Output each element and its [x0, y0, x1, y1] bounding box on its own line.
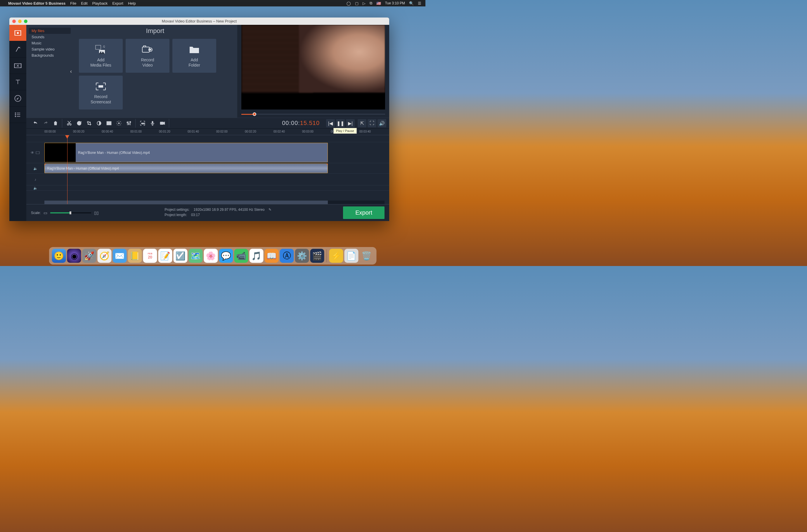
- dock-movavi-icon[interactable]: 🎬: [310, 249, 324, 263]
- dock-appstore-icon[interactable]: Ⓐ: [280, 249, 294, 263]
- tab-transitions[interactable]: [10, 58, 26, 74]
- timeline[interactable]: 👁 Rag'n'Bone Man - Human (Official Video…: [26, 135, 389, 204]
- import-cat-samplevideo[interactable]: Sample video: [26, 46, 73, 52]
- app-name[interactable]: Movavi Video Editor 5 Business: [8, 1, 66, 5]
- image-button[interactable]: [104, 119, 114, 128]
- speaker-icon[interactable]: 🔈: [33, 186, 38, 190]
- dock-reminders-icon[interactable]: ☑️: [173, 249, 188, 263]
- equalizer-button[interactable]: [124, 119, 133, 128]
- dock-calendar-icon[interactable]: FEB20: [143, 249, 157, 263]
- add-folder-button[interactable]: Add Folder: [172, 39, 216, 73]
- dock-maps-icon[interactable]: 🗺️: [189, 249, 203, 263]
- tab-import[interactable]: [10, 25, 26, 41]
- video-track[interactable]: 👁 Rag'n'Bone Man - Human (Official Video…: [26, 142, 389, 163]
- crop-button[interactable]: [85, 119, 94, 128]
- dock-itunes-icon[interactable]: 🎵: [250, 249, 263, 263]
- preview-scrubber[interactable]: [241, 111, 385, 118]
- dock-downloads-icon[interactable]: 📄: [345, 249, 359, 263]
- record-screen-button[interactable]: REC: [138, 119, 147, 128]
- linked-audio-track[interactable]: 🔈 Rag'n'Bone Man - Human (Official Video…: [26, 163, 389, 174]
- dock-trash-icon[interactable]: 🗑️: [360, 249, 374, 263]
- export-button[interactable]: Export: [343, 206, 385, 219]
- color-adjust-button[interactable]: [94, 119, 104, 128]
- undo-button[interactable]: [31, 119, 40, 128]
- dock-facetime-icon[interactable]: 📹: [234, 249, 249, 263]
- dock-mail-icon[interactable]: ✉️: [113, 249, 127, 263]
- menubar-clock[interactable]: Tue 3:10 PM: [385, 1, 405, 5]
- project-length-value: 03:17: [191, 213, 200, 217]
- tab-titles[interactable]: [10, 74, 26, 90]
- ruler-tick: 00:01:20: [159, 130, 170, 133]
- video-clip[interactable]: Rag'n'Bone Man - Human (Official Video).…: [44, 143, 328, 162]
- dock-photos-icon[interactable]: 🌸: [204, 249, 218, 263]
- fullscreen-button[interactable]: ⛶: [368, 119, 376, 127]
- clip-properties-button[interactable]: [114, 119, 124, 128]
- display-icon[interactable]: ▢: [355, 1, 359, 5]
- dock-app-icon[interactable]: ⚡: [329, 249, 343, 263]
- zoom-slider[interactable]: [50, 212, 91, 213]
- import-cat-backgrounds[interactable]: Backgrounds: [26, 52, 73, 58]
- eye-icon[interactable]: 👁: [31, 151, 34, 155]
- tab-stickers[interactable]: [10, 90, 26, 107]
- macos-dock: 🙂 ◉ 🚀 🧭 ✉️ 📒 FEB20 📝 ☑️ 🗺️ 🌸 💬 📹 🎵 📖 Ⓐ ⚙…: [49, 247, 377, 265]
- redo-button[interactable]: [41, 119, 50, 128]
- dock-finder-icon[interactable]: 🙂: [52, 249, 66, 263]
- import-cat-sounds[interactable]: Sounds: [26, 34, 73, 40]
- fade-out-handle[interactable]: [326, 164, 328, 165]
- zoom-out-icon[interactable]: ▭: [43, 210, 47, 215]
- rotate-button[interactable]: [74, 119, 84, 128]
- window-close-button[interactable]: [12, 20, 16, 23]
- record-video-button[interactable]: Record Video: [126, 39, 169, 73]
- fade-in-handle[interactable]: [44, 164, 46, 165]
- dock-messages-icon[interactable]: 💬: [219, 249, 233, 263]
- playhead[interactable]: [67, 135, 68, 204]
- audio-clip[interactable]: Rag'n'Bone Man - Human (Official Video).…: [44, 164, 328, 173]
- dock-siri-icon[interactable]: ◉: [67, 249, 81, 263]
- record-audio-button[interactable]: [148, 119, 157, 128]
- scrub-knob[interactable]: [253, 112, 256, 116]
- record-screencast-button[interactable]: Record Screencast: [79, 76, 123, 110]
- next-frame-button[interactable]: ▶|: [346, 119, 355, 127]
- dock-safari-icon[interactable]: 🧭: [97, 249, 112, 263]
- scrollbar-thumb[interactable]: [44, 201, 328, 204]
- flag-icon[interactable]: 🇺🇸: [376, 1, 381, 5]
- play-pause-button[interactable]: ❚❚: [336, 119, 345, 127]
- airplay-icon[interactable]: ▷: [363, 1, 366, 5]
- add-media-files-button[interactable]: ♫ Add Media Files: [79, 39, 123, 73]
- delete-button[interactable]: [51, 119, 60, 128]
- volume-button[interactable]: 🔊: [378, 119, 386, 127]
- preview-video[interactable]: [241, 25, 385, 110]
- screens-icon[interactable]: ⧉: [370, 1, 372, 5]
- menu-edit[interactable]: Edit: [81, 1, 87, 5]
- prev-frame-button[interactable]: |◀: [326, 119, 335, 127]
- menu-export[interactable]: Export: [112, 1, 123, 5]
- creative-cloud-icon[interactable]: ◯: [347, 1, 351, 5]
- edit-settings-icon[interactable]: ✎: [269, 208, 272, 212]
- spotlight-icon[interactable]: 🔍: [409, 1, 414, 5]
- collapse-sidebar-icon[interactable]: ‹: [70, 68, 72, 74]
- timeline-scrollbar[interactable]: [44, 201, 385, 204]
- cut-button[interactable]: [65, 119, 74, 128]
- import-cat-music[interactable]: Music: [26, 40, 73, 46]
- dock-contacts-icon[interactable]: 📒: [128, 249, 142, 263]
- dock-preferences-icon[interactable]: ⚙️: [295, 249, 309, 263]
- zoom-slider-knob[interactable]: [70, 211, 71, 214]
- speaker-icon[interactable]: 🔈: [33, 167, 38, 171]
- menu-playback[interactable]: Playback: [92, 1, 108, 5]
- detach-preview-button[interactable]: ⇱: [357, 119, 366, 127]
- window-titlebar[interactable]: Movavi Video Editor Business – New Proje…: [10, 18, 389, 25]
- menu-file[interactable]: File: [70, 1, 76, 5]
- window-minimize-button[interactable]: [18, 20, 22, 23]
- menu-list-icon[interactable]: ☰: [418, 1, 421, 5]
- window-zoom-button[interactable]: [24, 20, 27, 23]
- dock-launchpad-icon[interactable]: 🚀: [82, 249, 96, 263]
- record-webcam-button[interactable]: [158, 119, 167, 128]
- music-track[interactable]: ♪: [26, 174, 389, 185]
- tab-more[interactable]: [10, 107, 26, 123]
- menu-help[interactable]: Help: [128, 1, 136, 5]
- dock-ibooks-icon[interactable]: 📖: [265, 249, 279, 263]
- import-cat-myfiles[interactable]: My files: [29, 28, 71, 34]
- dock-notes-icon[interactable]: 📝: [158, 249, 172, 263]
- zoom-in-icon[interactable]: ▯▯: [94, 210, 99, 215]
- tab-filters[interactable]: [10, 41, 26, 58]
